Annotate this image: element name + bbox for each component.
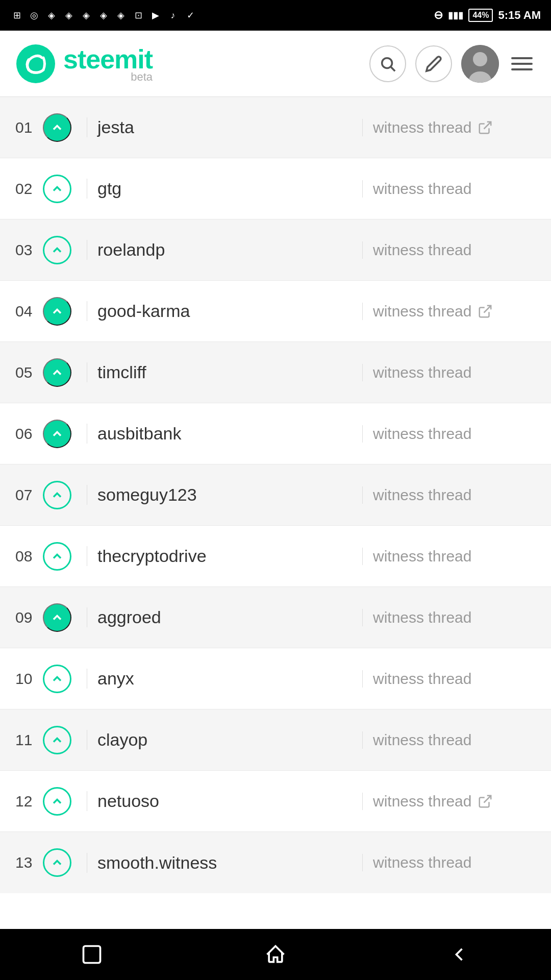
- witness-name: jesta: [87, 117, 362, 137]
- thread-label: witness thread: [373, 425, 471, 443]
- vote-button[interactable]: [43, 236, 71, 264]
- compose-button[interactable]: [415, 45, 452, 82]
- witness-thread-col: witness thread: [362, 548, 551, 565]
- bottom-nav: [0, 929, 551, 980]
- rank-number: 06: [15, 425, 36, 443]
- hamburger-line-3: [511, 68, 533, 70]
- table-row: 01 jesta witness thread: [0, 97, 551, 158]
- witness-thread-col: witness thread: [362, 793, 551, 810]
- header: steemit beta: [0, 31, 551, 97]
- rank-col: 06: [0, 420, 87, 448]
- rank-col: 05: [0, 358, 87, 387]
- witness-name: roelandp: [87, 240, 362, 260]
- vote-button[interactable]: [43, 420, 71, 448]
- search-button[interactable]: [369, 45, 406, 82]
- app-name: steemit: [63, 44, 153, 75]
- svg-point-0: [16, 44, 55, 83]
- rank-number: 09: [15, 609, 36, 626]
- pencil-icon: [425, 55, 442, 72]
- vote-button[interactable]: [43, 481, 71, 509]
- witness-name: clayop: [87, 730, 362, 750]
- volume-icon: ♪: [166, 9, 180, 22]
- thread-label: witness thread: [373, 119, 471, 136]
- beta-label: beta: [63, 70, 153, 84]
- rank-number: 03: [15, 241, 36, 259]
- recent-apps-button[interactable]: [71, 934, 112, 975]
- witness-thread-col: witness thread: [362, 425, 551, 443]
- vote-button[interactable]: [43, 665, 71, 693]
- external-link-icon: [478, 794, 493, 809]
- vote-button[interactable]: [43, 542, 71, 571]
- witness-thread-col: witness thread: [362, 486, 551, 504]
- table-row: 02 gtg witness thread: [0, 158, 551, 219]
- vote-button[interactable]: [43, 113, 71, 142]
- thread-label: witness thread: [373, 180, 471, 198]
- table-row: 12 netuoso witness thread: [0, 771, 551, 832]
- witness-thread-col: witness thread: [362, 670, 551, 688]
- vote-button[interactable]: [43, 603, 71, 632]
- witness-name: anyx: [87, 669, 362, 689]
- witness-name: ausbitbank: [87, 424, 362, 444]
- discord-icon4: ◈: [97, 9, 110, 22]
- witness-thread-col: witness thread: [362, 303, 551, 320]
- discord-icon2: ◈: [62, 9, 76, 22]
- vote-button[interactable]: [43, 297, 71, 326]
- hamburger-menu[interactable]: [508, 54, 536, 74]
- vote-button[interactable]: [43, 848, 71, 877]
- table-row: 07 someguy123 witness thread: [0, 464, 551, 526]
- svg-line-8: [484, 795, 491, 802]
- rank-col: 01: [0, 113, 87, 142]
- vote-button[interactable]: [43, 787, 71, 816]
- witness-thread-col: witness thread: [362, 180, 551, 198]
- rank-col: 11: [0, 726, 87, 754]
- rank-col: 10: [0, 665, 87, 693]
- witness-name: good-karma: [87, 301, 362, 321]
- vote-button[interactable]: [43, 175, 71, 203]
- home-icon: [264, 943, 287, 966]
- rank-col: 09: [0, 603, 87, 632]
- witness-table: 01 jesta witness thread 02 gtg witness: [0, 97, 551, 893]
- thread-label: witness thread: [373, 303, 471, 320]
- rank-number: 08: [15, 548, 36, 565]
- check-icon: ✓: [184, 9, 197, 22]
- witness-thread-col: witness thread: [362, 241, 551, 259]
- discord-icon3: ◈: [80, 9, 93, 22]
- avatar[interactable]: [461, 45, 499, 83]
- do-not-disturb-icon: ⊖: [434, 9, 443, 22]
- external-link-icon: [478, 304, 493, 319]
- status-bar-left: ⊞ ◎ ◈ ◈ ◈ ◈ ◈ ⊡ ▶ ♪ ✓: [10, 9, 197, 22]
- logo-text: steemit beta: [63, 44, 153, 84]
- home-button[interactable]: [255, 934, 296, 975]
- back-button[interactable]: [439, 934, 480, 975]
- witness-thread-col: witness thread: [362, 364, 551, 381]
- table-row: 06 ausbitbank witness thread: [0, 403, 551, 464]
- rank-number: 10: [15, 670, 36, 688]
- rank-col: 13: [0, 848, 87, 877]
- thread-label: witness thread: [373, 854, 471, 871]
- witness-name: gtg: [87, 179, 362, 199]
- discord-icon1: ◈: [45, 9, 58, 22]
- header-actions: [369, 45, 536, 83]
- vote-button[interactable]: [43, 358, 71, 387]
- witness-name: aggroed: [87, 607, 362, 627]
- back-icon: [448, 943, 470, 966]
- rank-number: 02: [15, 180, 36, 198]
- rank-col: 03: [0, 236, 87, 264]
- avatar-image: [461, 45, 499, 83]
- square-icon: [81, 943, 103, 966]
- svg-line-6: [484, 121, 491, 129]
- rank-col: 07: [0, 481, 87, 509]
- thread-label: witness thread: [373, 364, 471, 381]
- witness-thread-col: witness thread: [362, 731, 551, 749]
- youtube-icon: ▶: [149, 9, 162, 22]
- table-row: 04 good-karma witness thread: [0, 281, 551, 342]
- hamburger-line-2: [511, 63, 533, 65]
- table-row: 11 clayop witness thread: [0, 709, 551, 771]
- witness-thread-col: witness thread: [362, 119, 551, 136]
- chrome-icon: ◎: [28, 9, 41, 22]
- battery-icon: 44%: [468, 9, 493, 22]
- rank-number: 01: [15, 119, 36, 136]
- svg-rect-9: [84, 946, 101, 963]
- vote-button[interactable]: [43, 726, 71, 754]
- rank-number: 07: [15, 486, 36, 504]
